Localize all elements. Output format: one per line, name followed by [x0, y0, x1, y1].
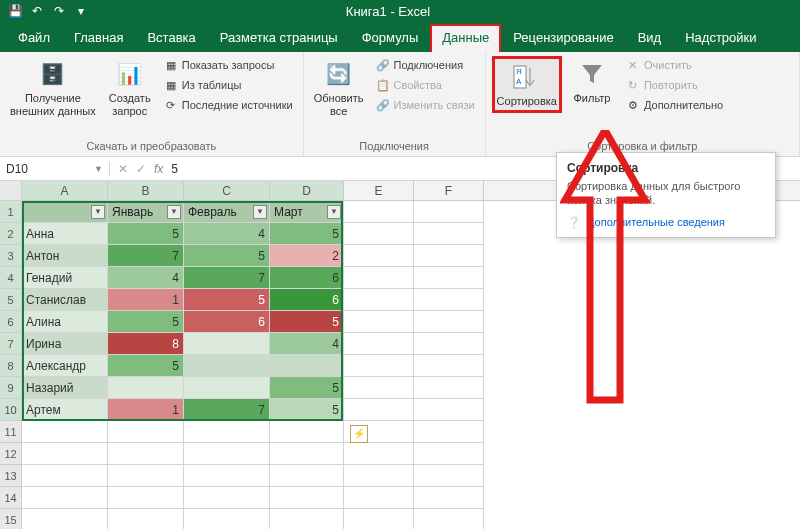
cell[interactable]: [414, 289, 484, 311]
row-header[interactable]: 15: [0, 509, 22, 529]
cell[interactable]: 4: [108, 267, 184, 289]
cell[interactable]: 5: [108, 223, 184, 245]
cell[interactable]: [22, 509, 108, 529]
cell[interactable]: 4: [270, 333, 344, 355]
cell[interactable]: 1: [108, 399, 184, 421]
cell[interactable]: Алина: [22, 311, 108, 333]
cell[interactable]: [270, 421, 344, 443]
cancel-icon[interactable]: ✕: [118, 162, 128, 176]
cell[interactable]: [108, 487, 184, 509]
row-header[interactable]: 11: [0, 421, 22, 443]
cell[interactable]: [414, 201, 484, 223]
cell[interactable]: Генадий: [22, 267, 108, 289]
cell[interactable]: 7: [108, 245, 184, 267]
cell[interactable]: [108, 377, 184, 399]
cell[interactable]: [184, 465, 270, 487]
tab-review[interactable]: Рецензирование: [501, 24, 625, 52]
cell[interactable]: 7: [184, 267, 270, 289]
qat-more-icon[interactable]: ▾: [74, 4, 88, 18]
cell[interactable]: [344, 355, 414, 377]
cell[interactable]: Анна: [22, 223, 108, 245]
reapply-filter-button[interactable]: ↻Повторить: [622, 76, 727, 94]
cell[interactable]: Антон: [22, 245, 108, 267]
redo-icon[interactable]: ↷: [52, 4, 66, 18]
cell[interactable]: 5: [184, 245, 270, 267]
tab-insert[interactable]: Вставка: [135, 24, 207, 52]
cell[interactable]: [414, 377, 484, 399]
cell[interactable]: 7: [184, 399, 270, 421]
cell[interactable]: [270, 487, 344, 509]
cell[interactable]: 5: [270, 399, 344, 421]
advanced-filter-button[interactable]: ⚙Дополнительно: [622, 96, 727, 114]
row-header[interactable]: 9: [0, 377, 22, 399]
filter-dropdown-icon[interactable]: ▼: [327, 205, 341, 219]
col-header-f[interactable]: F: [414, 181, 484, 200]
cell[interactable]: 1: [108, 289, 184, 311]
cell[interactable]: [184, 509, 270, 529]
cell[interactable]: [344, 377, 414, 399]
cell[interactable]: [108, 443, 184, 465]
row-header[interactable]: 2: [0, 223, 22, 245]
col-header-b[interactable]: B: [108, 181, 184, 200]
cell[interactable]: [414, 509, 484, 529]
row-header[interactable]: 3: [0, 245, 22, 267]
cell[interactable]: [22, 487, 108, 509]
tab-formulas[interactable]: Формулы: [350, 24, 431, 52]
cell[interactable]: [344, 311, 414, 333]
cell[interactable]: 5: [270, 377, 344, 399]
cell[interactable]: Назарий: [22, 377, 108, 399]
cell[interactable]: [414, 355, 484, 377]
fx-icon[interactable]: fx: [154, 162, 163, 176]
new-query-button[interactable]: 📊 Создать запрос: [104, 56, 156, 119]
cell[interactable]: [414, 399, 484, 421]
row-header[interactable]: 12: [0, 443, 22, 465]
cell[interactable]: [414, 223, 484, 245]
cell[interactable]: 6: [270, 289, 344, 311]
cell[interactable]: [22, 421, 108, 443]
cell[interactable]: Станислав: [22, 289, 108, 311]
cell[interactable]: 5: [270, 223, 344, 245]
tooltip-help-link[interactable]: ❔Дополнительные сведения: [567, 216, 765, 229]
col-header-e[interactable]: E: [344, 181, 414, 200]
cell[interactable]: [184, 487, 270, 509]
from-table-button[interactable]: ▦Из таблицы: [160, 76, 297, 94]
save-icon[interactable]: 💾: [8, 4, 22, 18]
cell[interactable]: [184, 355, 270, 377]
cell[interactable]: [184, 443, 270, 465]
cell[interactable]: [414, 311, 484, 333]
table-header-cell[interactable]: ▼: [22, 201, 108, 223]
cell[interactable]: [184, 421, 270, 443]
name-box[interactable]: D10▼: [0, 162, 110, 176]
cell[interactable]: Александр: [22, 355, 108, 377]
cell[interactable]: 5: [108, 311, 184, 333]
row-header[interactable]: 4: [0, 267, 22, 289]
select-all-corner[interactable]: [0, 181, 22, 200]
row-header[interactable]: 13: [0, 465, 22, 487]
cell[interactable]: 4: [184, 223, 270, 245]
cell[interactable]: [22, 465, 108, 487]
filter-dropdown-icon[interactable]: ▼: [167, 205, 181, 219]
cell[interactable]: [270, 465, 344, 487]
edit-links-button[interactable]: 🔗Изменить связи: [372, 96, 479, 114]
row-header[interactable]: 8: [0, 355, 22, 377]
clear-filter-button[interactable]: ✕Очистить: [622, 56, 727, 74]
col-header-c[interactable]: C: [184, 181, 270, 200]
cell[interactable]: Ирина: [22, 333, 108, 355]
cell[interactable]: [344, 399, 414, 421]
cell[interactable]: [344, 333, 414, 355]
cell[interactable]: 6: [184, 311, 270, 333]
cell[interactable]: [270, 443, 344, 465]
cell[interactable]: 2: [270, 245, 344, 267]
cell[interactable]: [108, 465, 184, 487]
row-header[interactable]: 1: [0, 201, 22, 223]
quick-analysis-icon[interactable]: ⚡: [350, 425, 368, 443]
formula-input[interactable]: 5: [171, 162, 178, 176]
cell[interactable]: [414, 487, 484, 509]
show-queries-button[interactable]: ▦Показать запросы: [160, 56, 297, 74]
cell[interactable]: [344, 509, 414, 529]
cell[interactable]: [22, 443, 108, 465]
tab-file[interactable]: Файл: [6, 24, 62, 52]
table-header-cell[interactable]: Январь▼: [108, 201, 184, 223]
cell[interactable]: [414, 443, 484, 465]
row-header[interactable]: 6: [0, 311, 22, 333]
